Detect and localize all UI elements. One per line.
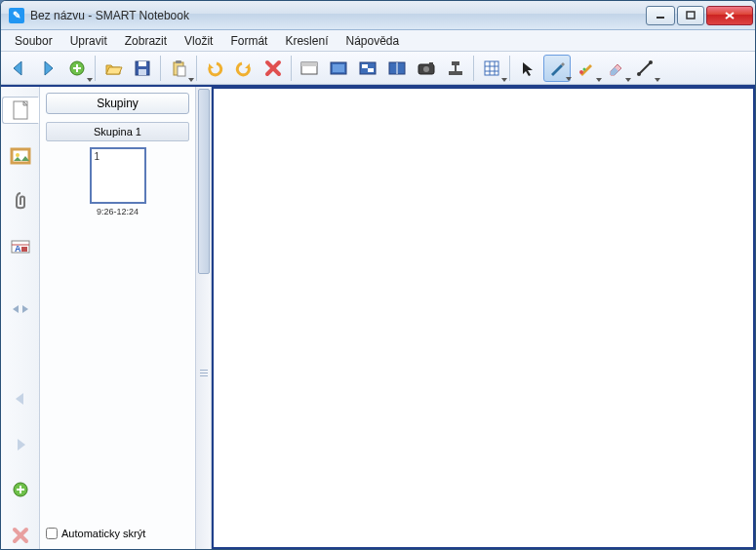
side-panel: Skupiny Skupina 1 1 9:26-12:24 Automatic… xyxy=(40,87,196,549)
svg-point-38 xyxy=(637,72,641,76)
content-area: A Skupiny Skupina 1 1 9:26-12:24 Automat… xyxy=(1,85,755,549)
separator xyxy=(196,56,197,81)
chevron-down-icon xyxy=(655,78,660,82)
canvas-wrap xyxy=(196,87,755,549)
separator xyxy=(509,56,510,81)
paste-button[interactable] xyxy=(165,55,192,82)
chevron-down-icon xyxy=(501,78,507,82)
svg-rect-12 xyxy=(178,66,185,76)
back-button[interactable] xyxy=(5,55,32,82)
svg-point-25 xyxy=(423,66,429,72)
document-camera-button[interactable] xyxy=(442,55,469,82)
svg-text:A: A xyxy=(15,244,21,254)
fullscreen-button[interactable] xyxy=(325,55,352,82)
menu-insert[interactable]: Vložit xyxy=(177,32,220,50)
select-tool[interactable] xyxy=(514,55,541,82)
svg-rect-30 xyxy=(485,61,498,75)
close-button[interactable] xyxy=(706,6,753,25)
window-title: Bez názvu - SMART Notebook xyxy=(30,9,646,22)
svg-rect-27 xyxy=(449,71,462,75)
menu-file[interactable]: Soubor xyxy=(7,32,60,50)
svg-point-43 xyxy=(16,153,20,157)
forward-button[interactable] xyxy=(34,55,61,82)
next-page-faded[interactable] xyxy=(2,431,39,458)
separator xyxy=(473,56,474,81)
page-canvas[interactable] xyxy=(212,87,755,549)
separator xyxy=(95,56,96,81)
toolbar xyxy=(1,52,755,85)
svg-rect-8 xyxy=(139,61,146,66)
svg-rect-18 xyxy=(333,64,344,72)
page-number: 1 xyxy=(95,151,100,162)
svg-line-37 xyxy=(639,62,651,74)
add-page-button[interactable] xyxy=(63,55,91,82)
tab-page-sorter[interactable] xyxy=(2,97,39,124)
table-button[interactable] xyxy=(478,55,505,82)
autohide-checkbox[interactable] xyxy=(46,528,58,539)
app-icon: ✎ xyxy=(9,8,24,23)
undo-button[interactable] xyxy=(201,55,228,82)
groups-button[interactable]: Skupiny xyxy=(46,93,189,114)
delete-button[interactable] xyxy=(259,55,287,82)
group-header: Skupina 1 xyxy=(46,122,189,141)
autohide-row: Automaticky skrýt xyxy=(46,524,189,543)
window-controls xyxy=(646,6,753,25)
left-tabs: A xyxy=(1,87,40,549)
chevron-down-icon xyxy=(188,78,194,82)
tab-gallery[interactable] xyxy=(2,141,39,169)
transparent-bg-button[interactable] xyxy=(354,55,381,82)
menu-help[interactable]: Nápověda xyxy=(338,32,407,50)
svg-rect-21 xyxy=(368,68,374,72)
maximize-button[interactable] xyxy=(677,6,704,25)
redo-button[interactable] xyxy=(230,55,258,82)
tab-properties[interactable]: A xyxy=(2,232,39,259)
app-window: ✎ Bez názvu - SMART Notebook Soubor Upra… xyxy=(0,0,756,550)
tab-attachments[interactable] xyxy=(2,187,39,215)
add-page-side[interactable] xyxy=(2,476,39,503)
line-tool[interactable] xyxy=(631,55,658,82)
menu-edit[interactable]: Upravit xyxy=(62,32,115,50)
separator xyxy=(291,56,292,81)
page-thumbnail[interactable]: 1 xyxy=(90,147,146,204)
page-thumbnail-wrap: 1 9:26-12:24 xyxy=(46,147,189,216)
scrollbar-thumb[interactable] xyxy=(198,89,210,274)
titlebar: ✎ Bez názvu - SMART Notebook xyxy=(1,1,755,30)
menu-format[interactable]: Formát xyxy=(222,32,275,50)
chevron-down-icon xyxy=(566,77,572,81)
autohide-label: Automaticky skrýt xyxy=(61,528,145,539)
menu-view[interactable]: Zobrazit xyxy=(117,32,175,50)
delete-page-side[interactable] xyxy=(2,521,39,548)
svg-rect-47 xyxy=(21,247,27,252)
separator xyxy=(160,56,161,81)
eraser-tool[interactable] xyxy=(602,55,629,82)
page-time-label: 9:26-12:24 xyxy=(97,207,139,216)
creative-pen-tool[interactable] xyxy=(573,55,600,82)
svg-point-36 xyxy=(583,67,586,70)
svg-rect-1 xyxy=(687,12,695,19)
dual-page-button[interactable] xyxy=(383,55,411,82)
menubar: Soubor Upravit Zobrazit Vložit Formát Kr… xyxy=(1,30,755,52)
save-button[interactable] xyxy=(129,55,156,82)
collapse-toggle[interactable] xyxy=(2,295,39,323)
screen-shade-button[interactable] xyxy=(296,55,323,82)
svg-rect-16 xyxy=(301,62,317,66)
menu-drawing[interactable]: Kreslení xyxy=(277,32,336,50)
prev-page-faded[interactable] xyxy=(2,385,39,412)
svg-rect-11 xyxy=(176,60,181,63)
svg-rect-9 xyxy=(139,69,146,75)
vertical-scrollbar[interactable] xyxy=(196,87,212,549)
svg-rect-20 xyxy=(362,64,368,68)
pen-tool[interactable] xyxy=(543,55,571,82)
svg-point-39 xyxy=(649,60,653,64)
svg-point-35 xyxy=(579,70,583,74)
svg-rect-26 xyxy=(429,62,433,65)
chevron-down-icon xyxy=(87,78,93,82)
scrollbar-grip-icon xyxy=(200,370,208,389)
minimize-button[interactable] xyxy=(646,6,675,25)
open-button[interactable] xyxy=(99,55,127,82)
screen-capture-button[interactable] xyxy=(413,55,440,82)
svg-rect-29 xyxy=(452,61,459,65)
